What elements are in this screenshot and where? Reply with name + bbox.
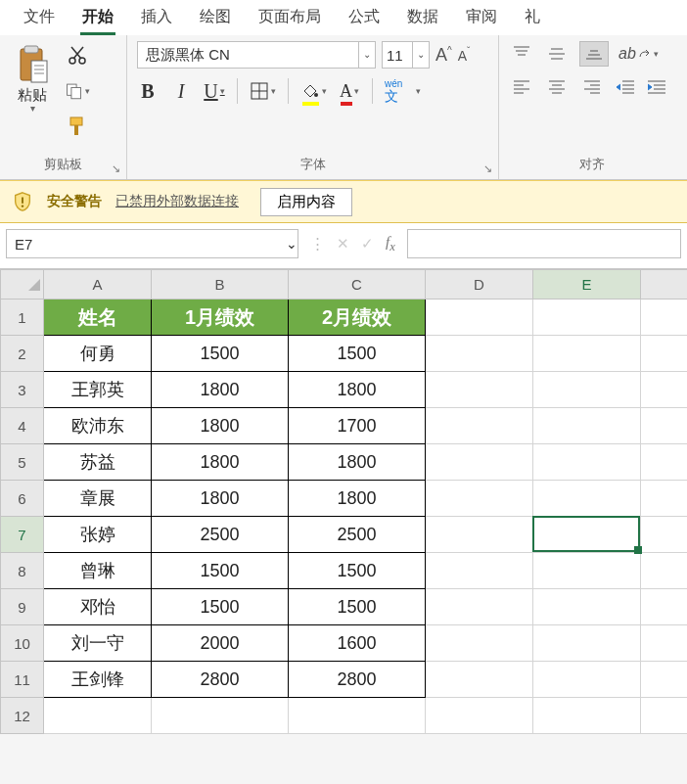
cell-C7[interactable]: 2500	[289, 517, 426, 553]
cell-D6[interactable]	[426, 481, 533, 517]
align-left-button[interactable]	[509, 76, 534, 98]
cell-B6[interactable]: 1800	[152, 481, 289, 517]
cell-C1[interactable]: 2月绩效	[289, 300, 426, 336]
menu-truncated[interactable]: 礼	[511, 0, 540, 35]
cell-grid[interactable]: ABCDEF1姓名1月绩效2月绩效2何勇150015003王郭英18001800…	[0, 269, 687, 734]
warning-message-link[interactable]: 已禁用外部数据连接	[115, 193, 239, 210]
menu-page-layout[interactable]: 页面布局	[245, 0, 335, 35]
cell-E4[interactable]	[533, 408, 641, 444]
cell-B3[interactable]: 1800	[152, 372, 289, 408]
row-header-6[interactable]: 6	[1, 481, 44, 517]
chevron-down-icon[interactable]: ⌄	[286, 236, 298, 252]
insert-function-button[interactable]: fx	[386, 234, 395, 254]
cell-D7[interactable]	[426, 517, 533, 553]
cell-F7[interactable]	[641, 517, 688, 553]
row-header-8[interactable]: 8	[1, 553, 44, 589]
menu-insert[interactable]: 插入	[127, 0, 186, 35]
copy-button[interactable]: ▾	[65, 78, 90, 104]
italic-button[interactable]: I	[170, 78, 192, 104]
cell-F12[interactable]	[641, 698, 688, 734]
row-header-7[interactable]: 7	[1, 517, 44, 553]
cancel-formula-button[interactable]: ✕	[337, 235, 349, 253]
cell-C10[interactable]: 1600	[289, 625, 426, 662]
cell-C3[interactable]: 1800	[289, 372, 426, 408]
cell-C4[interactable]: 1700	[289, 408, 426, 444]
cell-E7[interactable]	[533, 517, 641, 553]
column-header-D[interactable]: D	[426, 270, 533, 300]
cell-D12[interactable]	[426, 698, 533, 734]
column-header-B[interactable]: B	[152, 270, 289, 300]
formula-input[interactable]	[407, 229, 681, 258]
cell-A12[interactable]	[44, 698, 152, 734]
menu-formulas[interactable]: 公式	[335, 0, 393, 35]
cell-F9[interactable]	[641, 589, 688, 625]
cell-B9[interactable]: 1500	[152, 589, 289, 625]
menu-review[interactable]: 审阅	[452, 0, 511, 35]
cell-B8[interactable]: 1500	[152, 553, 289, 589]
select-all-corner[interactable]	[1, 270, 44, 300]
cell-F5[interactable]	[641, 444, 688, 481]
cell-D8[interactable]	[426, 553, 533, 589]
font-size-value[interactable]: 11	[383, 47, 412, 64]
decrease-indent-button[interactable]	[615, 78, 636, 96]
cell-B5[interactable]: 1800	[152, 444, 289, 481]
cell-E10[interactable]	[533, 625, 641, 662]
cell-A1[interactable]: 姓名	[44, 300, 152, 336]
row-header-2[interactable]: 2	[1, 336, 44, 372]
column-header-F[interactable]: F	[641, 270, 688, 300]
cell-E5[interactable]	[533, 444, 641, 481]
cell-B2[interactable]: 1500	[152, 336, 289, 372]
column-header-A[interactable]: A	[44, 270, 152, 300]
cell-D5[interactable]	[426, 444, 533, 481]
cell-C11[interactable]: 2800	[289, 662, 426, 698]
cell-A8[interactable]: 曾琳	[44, 553, 152, 589]
cell-B11[interactable]: 2800	[152, 662, 289, 698]
cell-A5[interactable]: 苏益	[44, 444, 152, 481]
cell-D2[interactable]	[426, 336, 533, 372]
cell-F1[interactable]	[641, 300, 688, 336]
cell-C9[interactable]: 1500	[289, 589, 426, 625]
row-header-5[interactable]: 5	[1, 444, 44, 481]
cell-B12[interactable]	[152, 698, 289, 734]
paste-button[interactable]: 粘贴 ▾	[10, 41, 55, 115]
cell-B1[interactable]: 1月绩效	[152, 300, 289, 336]
cell-E8[interactable]	[533, 553, 641, 589]
cell-A3[interactable]: 王郭英	[44, 372, 152, 408]
cell-D9[interactable]	[426, 589, 533, 625]
align-bottom-button[interactable]	[579, 41, 609, 67]
dialog-launcher-icon[interactable]: ↘	[112, 162, 120, 175]
row-header-9[interactable]: 9	[1, 589, 44, 625]
cell-A11[interactable]: 王剑锋	[44, 662, 152, 698]
cell-C8[interactable]: 1500	[289, 553, 426, 589]
column-header-E[interactable]: E	[533, 270, 641, 300]
cell-F11[interactable]	[641, 662, 688, 698]
chevron-down-icon[interactable]: ▾	[416, 86, 421, 96]
cell-B10[interactable]: 2000	[152, 625, 289, 662]
menu-home[interactable]: 开始	[69, 0, 127, 35]
increase-indent-button[interactable]	[646, 78, 667, 96]
cell-C5[interactable]: 1800	[289, 444, 426, 481]
cell-E11[interactable]	[533, 662, 641, 698]
font-name-value[interactable]: 思源黑体 CN	[138, 46, 358, 65]
align-top-button[interactable]	[509, 43, 534, 65]
name-box[interactable]: E7 ⌄	[6, 229, 298, 258]
align-right-button[interactable]	[579, 76, 605, 98]
cut-button[interactable]	[65, 43, 90, 69]
menu-file[interactable]: 文件	[10, 0, 69, 35]
cell-F8[interactable]	[641, 553, 688, 589]
cell-D10[interactable]	[426, 625, 533, 662]
accept-formula-button[interactable]: ✓	[361, 235, 374, 253]
enable-content-button[interactable]: 启用内容	[260, 188, 352, 216]
cell-F4[interactable]	[641, 408, 688, 444]
cell-E9[interactable]	[533, 589, 641, 625]
row-header-12[interactable]: 12	[1, 698, 44, 734]
cell-F6[interactable]	[641, 481, 688, 517]
row-header-10[interactable]: 10	[1, 625, 44, 662]
cell-A2[interactable]: 何勇	[44, 336, 152, 372]
phonetic-guide-button[interactable]: wén 文	[385, 79, 402, 103]
cell-A10[interactable]: 刘一守	[44, 625, 152, 662]
cell-E2[interactable]	[533, 336, 641, 372]
cell-D1[interactable]	[426, 300, 533, 336]
row-header-1[interactable]: 1	[1, 300, 44, 336]
row-header-4[interactable]: 4	[1, 408, 44, 444]
